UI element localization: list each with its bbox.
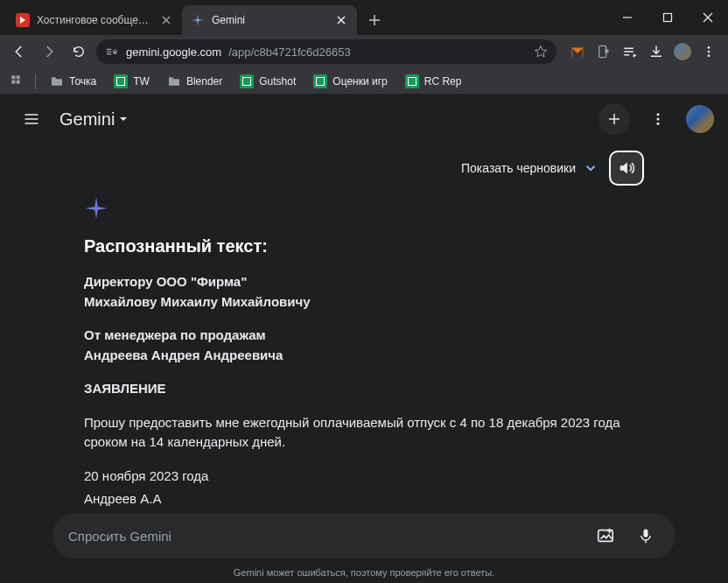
prompt-input[interactable]: Спросить Gemini: [52, 513, 676, 558]
user-avatar[interactable]: [686, 105, 714, 133]
bookmark-item[interactable]: TW: [107, 71, 157, 92]
close-window-button[interactable]: [688, 0, 728, 35]
response-content: Распознанный текст: Директору ООО "Фирма…: [0, 186, 728, 509]
tab-favicon-icon: [16, 13, 30, 27]
bookmark-folder[interactable]: Точка: [43, 71, 103, 92]
browser-tabs: Хостинговое сообщество «Tim Gemini: [7, 5, 357, 35]
bookmark-label: Оценки игр: [332, 75, 387, 88]
speaker-icon: [617, 158, 636, 178]
drafts-row: Показать черновики: [0, 144, 728, 186]
text-line: Директору ООО "Фирма": [84, 272, 644, 292]
bookmark-item[interactable]: Gutshot: [233, 71, 303, 92]
show-drafts-button[interactable]: Показать черновики: [461, 160, 598, 176]
input-placeholder: Спросить Gemini: [68, 529, 579, 544]
svg-rect-13: [17, 75, 20, 79]
window-controls: [607, 0, 728, 35]
chevron-down-icon: [583, 160, 598, 176]
text-statement: ЗАЯВЛЕНИЕ: [84, 379, 644, 399]
tab-favicon-icon: [191, 13, 205, 27]
site-info-icon[interactable]: [105, 45, 119, 59]
disclaimer-text: Gemini может ошибаться, поэтому проверяй…: [0, 567, 728, 578]
tab-title: Хостинговое сообщество «Tim: [37, 14, 152, 26]
extensions-area: [565, 39, 721, 64]
forward-button[interactable]: [37, 39, 61, 64]
bookmark-label: Точка: [69, 75, 96, 88]
svg-rect-15: [17, 80, 20, 83]
separator: [35, 74, 36, 89]
browser-menu-icon[interactable]: [696, 39, 721, 64]
minimize-button[interactable]: [607, 0, 648, 35]
sheets-icon: [405, 74, 419, 88]
response-heading: Распознанный текст:: [84, 236, 644, 256]
svg-point-18: [657, 123, 660, 125]
text-line: Андреева Андрея Андреевича: [84, 346, 644, 366]
svg-rect-3: [107, 51, 111, 52]
svg-rect-1: [664, 14, 672, 22]
bookmark-label: Blender: [186, 75, 222, 88]
bookmark-item[interactable]: Оценки игр: [306, 71, 394, 92]
extension-icon[interactable]: [592, 39, 616, 64]
new-chat-button[interactable]: [598, 103, 630, 135]
window-titlebar: Хостинговое сообщество «Tim Gemini: [0, 0, 728, 35]
bookmark-folder[interactable]: Blender: [160, 71, 229, 92]
bookmarks-bar: Точка TW Blender Gutshot Оценки игр RC R…: [0, 68, 728, 95]
text-date: 20 ноября 2023 года: [84, 467, 644, 487]
downloads-icon[interactable]: [644, 39, 668, 64]
sheets-icon: [313, 74, 327, 88]
maximize-button[interactable]: [648, 0, 688, 35]
svg-point-10: [708, 51, 710, 53]
url-path: /app/c8b4721fc6d26653: [228, 46, 351, 59]
svg-rect-4: [107, 53, 111, 54]
close-icon[interactable]: [334, 13, 348, 27]
tab-active[interactable]: Gemini: [182, 5, 357, 35]
close-icon[interactable]: [159, 13, 173, 27]
svg-point-9: [708, 46, 710, 49]
bookmark-item[interactable]: RC Rep: [398, 71, 469, 92]
text-sign: Андреев А.А: [84, 489, 644, 509]
reload-button[interactable]: [66, 39, 91, 64]
profile-icon[interactable]: [670, 39, 695, 64]
microphone-button[interactable]: [632, 522, 660, 550]
tab-inactive[interactable]: Хостинговое сообщество «Tim: [7, 5, 182, 35]
app-header: Gemini: [0, 95, 728, 144]
folder-icon: [167, 74, 181, 88]
folder-icon: [50, 74, 64, 88]
bookmark-label: TW: [133, 75, 150, 88]
svg-rect-8: [605, 49, 608, 53]
bookmark-label: RC Rep: [424, 75, 462, 88]
sheets-icon: [114, 74, 128, 88]
gemini-star-icon: [84, 196, 644, 221]
text-line: Михайлову Михаилу Михайловичу: [84, 292, 644, 313]
add-image-button[interactable]: [592, 522, 620, 550]
sheets-icon: [240, 74, 254, 88]
speak-button[interactable]: [609, 151, 644, 186]
svg-rect-6: [114, 52, 116, 54]
apps-button[interactable]: [7, 71, 28, 92]
svg-rect-2: [107, 49, 111, 50]
media-control-icon[interactable]: [618, 39, 642, 64]
address-bar[interactable]: gemini.google.com/app/c8b4721fc6d26653: [96, 39, 556, 64]
svg-point-16: [657, 113, 660, 116]
svg-rect-19: [598, 530, 613, 542]
text-body: Прошу предоставить мне ежегодный оплачив…: [84, 413, 644, 453]
svg-point-11: [708, 54, 710, 57]
input-area: Спросить Gemini: [52, 513, 676, 558]
url-host: gemini.google.com: [126, 46, 221, 59]
new-tab-button[interactable]: [362, 8, 387, 32]
svg-point-17: [657, 118, 660, 121]
chevron-down-icon: [118, 114, 129, 124]
text-line: От менеджера по продажам: [84, 326, 644, 346]
browser-toolbar: gemini.google.com/app/c8b4721fc6d26653: [0, 35, 728, 68]
bookmark-star-icon[interactable]: [534, 45, 548, 59]
brand-title[interactable]: Gemini: [60, 109, 129, 130]
tab-title: Gemini: [212, 14, 327, 26]
svg-rect-12: [11, 75, 15, 79]
svg-rect-14: [11, 80, 15, 83]
bookmark-label: Gutshot: [259, 75, 296, 88]
gemini-app: Gemini Показать черновики Распознанный т…: [0, 95, 728, 583]
back-button[interactable]: [7, 39, 32, 64]
menu-button[interactable]: [14, 102, 49, 137]
more-options-button[interactable]: [640, 102, 676, 137]
svg-rect-20: [644, 530, 648, 537]
extension-icon[interactable]: [565, 39, 590, 64]
